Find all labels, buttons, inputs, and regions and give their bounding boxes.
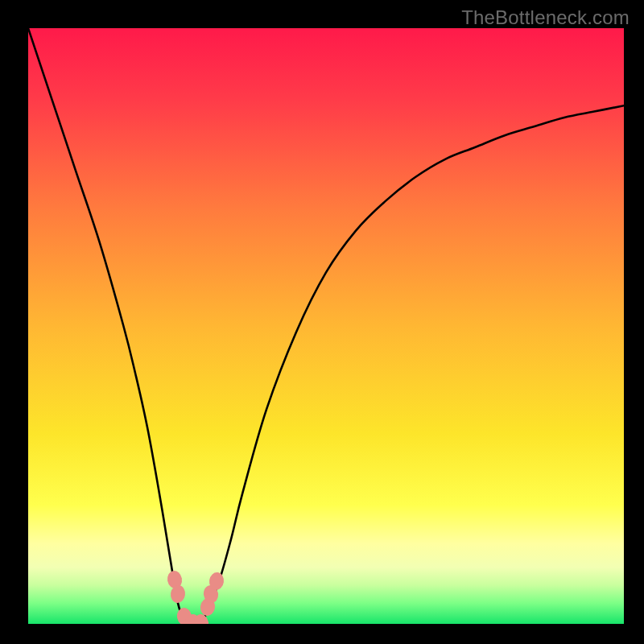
plot-area bbox=[28, 28, 624, 624]
chart-frame: TheBottleneck.com bbox=[0, 0, 644, 644]
bottleneck-curve bbox=[28, 28, 624, 624]
watermark-text: TheBottleneck.com bbox=[461, 6, 630, 29]
